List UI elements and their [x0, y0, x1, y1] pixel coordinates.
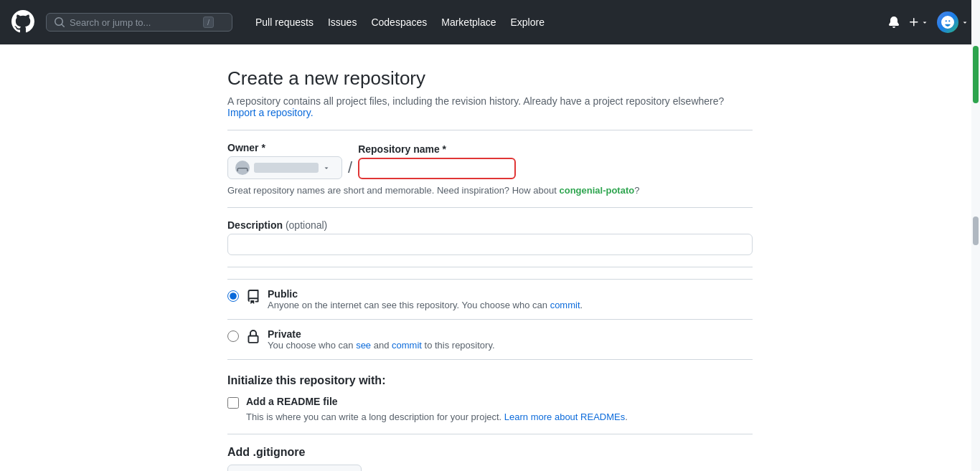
divider-desc — [227, 207, 753, 208]
owner-chevron-icon — [323, 164, 330, 171]
readme-desc: This is where you can write a long descr… — [246, 411, 753, 422]
public-icon — [246, 290, 260, 308]
repo-name-group: Repository name * — [358, 143, 516, 179]
nav-pull-requests[interactable]: Pull requests — [250, 14, 319, 31]
private-desc: You choose who can see and commit to thi… — [268, 340, 495, 351]
search-icon — [54, 16, 65, 28]
gitignore-title: Add .gitignore — [227, 446, 753, 459]
commit-link-2[interactable]: commit — [392, 340, 422, 351]
scrollbar-thumb[interactable] — [973, 46, 979, 103]
divider-top — [227, 130, 753, 130]
public-details: Public Anyone on the internet can see th… — [268, 288, 583, 310]
scrollbar-track — [971, 0, 980, 471]
private-title: Private — [268, 328, 495, 340]
public-title: Public — [268, 288, 583, 300]
chevron-down-icon — [921, 19, 928, 26]
search-bar[interactable]: / — [46, 13, 232, 32]
navbar: / Pull requests Issues Codespaces Market… — [0, 0, 980, 44]
readme-row: Add a README file — [227, 396, 753, 409]
visibility-section: Public Anyone on the internet can see th… — [227, 279, 753, 360]
private-radio[interactable] — [227, 330, 239, 342]
public-option: Public Anyone on the internet can see th… — [227, 279, 753, 319]
readme-label[interactable]: Add a README file — [246, 396, 338, 407]
repo-name-input[interactable] — [358, 158, 516, 179]
owner-name-placeholder — [254, 163, 319, 173]
public-radio[interactable] — [227, 290, 239, 302]
commit-link[interactable]: commit — [550, 300, 580, 310]
main-content: Create a new repository A repository con… — [210, 44, 770, 471]
search-input[interactable] — [70, 17, 199, 28]
owner-group: Owner * — [227, 142, 342, 179]
nav-issues[interactable]: Issues — [322, 14, 362, 31]
private-option: Private You choose who can see and commi… — [227, 319, 753, 360]
description-label: Description (optional) — [227, 219, 753, 231]
slash-separator: / — [342, 158, 358, 177]
description-input[interactable] — [227, 234, 753, 255]
public-desc: Anyone on the internet can see this repo… — [268, 300, 583, 310]
notifications-button[interactable] — [888, 16, 900, 28]
page-title: Create a new repository — [227, 67, 753, 90]
avatar — [937, 11, 958, 33]
suggestion-name: congenial-potato — [559, 185, 634, 196]
owner-repo-row: Owner * / Repository name * — [227, 142, 753, 179]
create-button[interactable] — [908, 16, 928, 28]
user-menu[interactable] — [937, 11, 969, 33]
kbd-slash: / — [203, 16, 214, 28]
nav-codespaces[interactable]: Codespaces — [365, 14, 433, 31]
init-title: Initialize this repository with: — [227, 374, 753, 387]
private-details: Private You choose who can see and commi… — [268, 328, 495, 351]
init-section: Initialize this repository with: Add a R… — [227, 374, 753, 422]
scrollbar-thumb-gray[interactable] — [973, 217, 979, 245]
page-subtitle: A repository contains all project files,… — [227, 95, 753, 118]
gitignore-dropdown[interactable]: .gitignore template: None ▼ — [227, 465, 362, 471]
nav-explore[interactable]: Explore — [505, 14, 550, 31]
import-link[interactable]: Import a repository. — [227, 107, 314, 118]
gitignore-section: Add .gitignore .gitignore template: None… — [227, 434, 753, 471]
github-logo[interactable] — [11, 10, 34, 35]
repo-name-label: Repository name * — [358, 143, 516, 155]
user-chevron-icon — [961, 19, 969, 26]
readme-link[interactable]: Learn more about READMEs — [504, 411, 625, 422]
owner-avatar-icon — [235, 161, 250, 175]
navbar-right — [888, 11, 969, 33]
description-group: Description (optional) — [227, 219, 753, 255]
suggestion-text: Great repository names are short and mem… — [227, 185, 753, 196]
navbar-links: Pull requests Issues Codespaces Marketpl… — [250, 14, 550, 31]
owner-label: Owner * — [227, 142, 342, 153]
owner-selector[interactable] — [227, 156, 342, 179]
readme-checkbox[interactable] — [227, 397, 239, 409]
lock-icon — [246, 330, 260, 348]
divider-visibility — [227, 267, 753, 267]
nav-marketplace[interactable]: Marketplace — [435, 14, 501, 31]
see-link[interactable]: see — [356, 340, 371, 351]
